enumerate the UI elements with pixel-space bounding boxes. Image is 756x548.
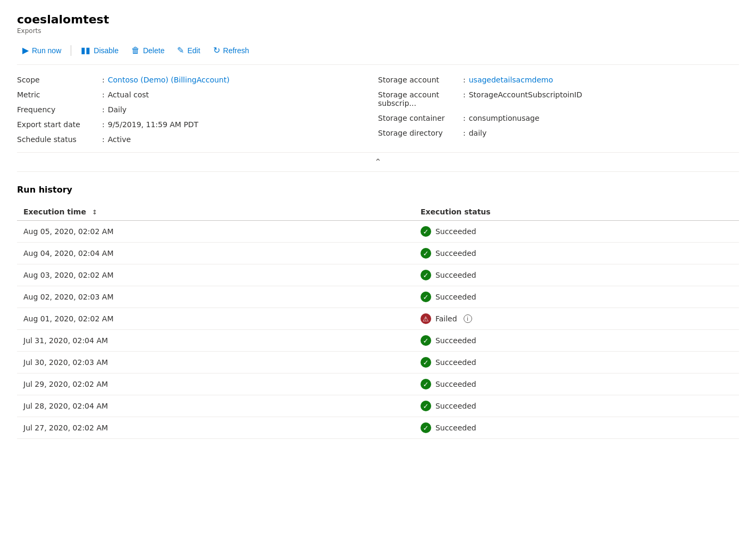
status-icon: ⚠ (421, 313, 431, 324)
detail-row: Storage container : consumptionusage (378, 114, 739, 122)
detail-row: Frequency : Daily (17, 105, 378, 114)
execution-status-cell: ✓ Succeeded (414, 373, 739, 395)
status-label: Succeeded (435, 227, 476, 236)
detail-label: Scope (17, 76, 102, 84)
table-row: Jul 30, 2020, 02:03 AM ✓ Succeeded (17, 352, 739, 373)
execution-time-cell: Jul 28, 2020, 02:04 AM (17, 395, 414, 417)
execution-time-cell: Jul 29, 2020, 02:02 AM (17, 373, 414, 395)
delete-button[interactable]: 🗑 Delete (126, 43, 170, 58)
status-icon: ✓ (421, 401, 431, 411)
status-label: Succeeded (435, 293, 476, 301)
info-icon[interactable]: i (464, 314, 472, 323)
table-row: Jul 28, 2020, 02:04 AM ✓ Succeeded (17, 395, 739, 417)
detail-value[interactable]: Contoso (Demo) (BillingAccount) (108, 76, 230, 84)
detail-label: Export start date (17, 120, 102, 129)
breadcrumb: Exports (17, 27, 739, 35)
execution-status-cell: ✓ Succeeded (414, 286, 739, 308)
run-history-title: Run history (17, 185, 739, 195)
status-label: Succeeded (435, 380, 476, 388)
execution-status-cell: ✓ Succeeded (414, 417, 739, 439)
details-left-col: Scope : Contoso (Demo) (BillingAccount) … (17, 76, 378, 144)
execution-status-cell: ✓ Succeeded (414, 264, 739, 286)
detail-value: daily (469, 129, 487, 137)
table-row: Jul 27, 2020, 02:02 AM ✓ Succeeded (17, 417, 739, 439)
table-row: Aug 03, 2020, 02:02 AM ✓ Succeeded (17, 264, 739, 286)
status-label: Failed (435, 314, 457, 323)
status-label: Succeeded (435, 402, 476, 410)
execution-time-cell: Aug 03, 2020, 02:02 AM (17, 264, 414, 286)
status-icon: ✓ (421, 270, 431, 280)
detail-row: Storage directory : daily (378, 129, 739, 137)
status-label: Succeeded (435, 358, 476, 367)
table-row: Aug 01, 2020, 02:02 AM ⚠ Failed i (17, 308, 739, 330)
run-history-table: Execution time ↕ Execution status Aug 05… (17, 203, 739, 439)
edit-icon: ✎ (177, 46, 184, 55)
detail-label: Schedule status (17, 135, 102, 144)
detail-row: Storage account : usagedetailsacmdemo (378, 76, 739, 84)
execution-status-cell: ✓ Succeeded (414, 395, 739, 417)
execution-status-cell: ✓ Succeeded (414, 221, 739, 243)
collapse-button[interactable]: ⌃ (17, 152, 739, 172)
status-icon: ✓ (421, 335, 431, 346)
details-right-col: Storage account : usagedetailsacmdemo St… (378, 76, 739, 144)
toolbar: ▶ Run now ▮▮ Disable 🗑 Delete ✎ Edit ↻ R… (17, 43, 739, 65)
execution-status-cell: ✓ Succeeded (414, 352, 739, 373)
refresh-button[interactable]: ↻ Refresh (208, 43, 255, 58)
detail-label: Storage account subscrip... (378, 90, 463, 107)
chevron-up-icon: ⌃ (374, 157, 381, 167)
status-icon: ✓ (421, 248, 431, 259)
detail-value[interactable]: usagedetailsacmdemo (469, 76, 553, 84)
detail-value: 9/5/2019, 11:59 AM PDT (108, 120, 198, 129)
edit-button[interactable]: ✎ Edit (172, 43, 205, 58)
detail-label: Storage account (378, 76, 463, 84)
refresh-icon: ↻ (213, 46, 220, 55)
status-label: Succeeded (435, 271, 476, 279)
status-icon: ✓ (421, 379, 431, 389)
execution-status-cell: ⚠ Failed i (414, 308, 739, 330)
execution-time-cell: Jul 31, 2020, 02:04 AM (17, 330, 414, 352)
detail-row: Scope : Contoso (Demo) (BillingAccount) (17, 76, 378, 84)
delete-icon: 🗑 (131, 46, 140, 55)
status-label: Succeeded (435, 249, 476, 258)
sort-icon[interactable]: ↕ (92, 209, 97, 216)
table-row: Aug 04, 2020, 02:04 AM ✓ Succeeded (17, 243, 739, 264)
status-icon: ✓ (421, 292, 431, 302)
status-icon: ✓ (421, 226, 431, 237)
disable-button[interactable]: ▮▮ Disable (75, 43, 124, 58)
detail-label: Frequency (17, 105, 102, 114)
details-section: Scope : Contoso (Demo) (BillingAccount) … (17, 76, 739, 144)
execution-time-cell: Aug 05, 2020, 02:02 AM (17, 221, 414, 243)
run-now-button[interactable]: ▶ Run now (17, 43, 66, 58)
execution-time-cell: Jul 30, 2020, 02:03 AM (17, 352, 414, 373)
detail-value: Daily (108, 105, 127, 114)
table-row: Jul 31, 2020, 02:04 AM ✓ Succeeded (17, 330, 739, 352)
execution-status-cell: ✓ Succeeded (414, 330, 739, 352)
detail-value: Active (108, 135, 131, 144)
detail-label: Storage container (378, 114, 463, 122)
table-row: Aug 05, 2020, 02:02 AM ✓ Succeeded (17, 221, 739, 243)
execution-status-cell: ✓ Succeeded (414, 243, 739, 264)
detail-row: Metric : Actual cost (17, 90, 378, 99)
col-execution-status: Execution status (414, 203, 739, 221)
detail-row: Schedule status : Active (17, 135, 378, 144)
table-header-row: Execution time ↕ Execution status (17, 203, 739, 221)
status-label: Succeeded (435, 424, 476, 432)
col-execution-time[interactable]: Execution time ↕ (17, 203, 414, 221)
detail-value: StorageAccountSubscriptoinID (469, 90, 582, 99)
disable-icon: ▮▮ (81, 46, 90, 55)
status-label: Succeeded (435, 336, 476, 345)
detail-row: Storage account subscrip... : StorageAcc… (378, 90, 739, 107)
execution-time-cell: Jul 27, 2020, 02:02 AM (17, 417, 414, 439)
detail-value: Actual cost (108, 90, 149, 99)
execution-time-cell: Aug 01, 2020, 02:02 AM (17, 308, 414, 330)
run-now-icon: ▶ (22, 46, 29, 55)
table-row: Jul 29, 2020, 02:02 AM ✓ Succeeded (17, 373, 739, 395)
page-title: coeslalomtest (17, 13, 739, 26)
detail-row: Export start date : 9/5/2019, 11:59 AM P… (17, 120, 378, 129)
status-icon: ✓ (421, 422, 431, 433)
detail-value: consumptionusage (469, 114, 540, 122)
execution-time-cell: Aug 02, 2020, 02:03 AM (17, 286, 414, 308)
detail-label: Storage directory (378, 129, 463, 137)
execution-time-cell: Aug 04, 2020, 02:04 AM (17, 243, 414, 264)
toolbar-separator-1 (71, 45, 71, 56)
